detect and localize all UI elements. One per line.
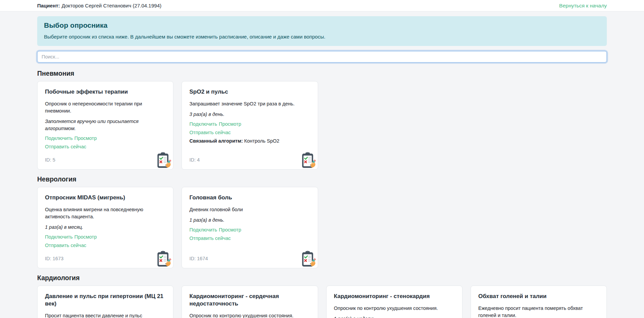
card-title: Кардиомониторинг - сердечная недостаточн… — [189, 293, 310, 308]
card-links-row: Отправить сейчас — [189, 236, 310, 241]
connect-link[interactable]: Подключить — [189, 227, 217, 233]
card-title: Головная боль — [189, 194, 310, 201]
card-schedule: 1 раз(а) в месяц. — [45, 224, 166, 231]
card-title: Побочные эффекты терапии — [45, 88, 166, 96]
card-title: SpO2 и пульс — [189, 88, 310, 96]
card-title: Обхват голеней и талии — [478, 293, 599, 300]
card-id: ID: 1674 — [189, 251, 310, 261]
card-description: Опросник о непереносимости терапии при п… — [45, 100, 166, 115]
view-link[interactable]: Просмотр — [74, 136, 97, 141]
top-bar: Пациент:Докторов Сергей Степанович (27.0… — [0, 0, 644, 11]
card-links-row: ПодключитьПросмотр — [45, 136, 166, 141]
questionnaire-card: Отпросник MIDAS (мигрень)Оценка влияния … — [37, 187, 173, 268]
section-title: Неврология — [37, 175, 607, 183]
send-now-link[interactable]: Отправить сейчас — [45, 243, 86, 248]
card-schedule: Заполняется вручную или присылается алго… — [45, 118, 166, 132]
sections-container: ПневмонияПобочные эффекты терапииОпросни… — [37, 70, 607, 318]
patient-info: Пациент:Докторов Сергей Степанович (27.0… — [37, 3, 162, 8]
questionnaire-card: Головная больДневник головной боли1 раз(… — [182, 187, 318, 268]
card-title: Отпросник MIDAS (мигрень) — [45, 194, 166, 201]
card-title: Давление и пульс при гипертонии (МЦ 21 в… — [45, 293, 166, 308]
back-to-start-link[interactable]: Вернуться к началу — [559, 3, 607, 9]
page-title: Выбор опросника — [44, 21, 600, 29]
card-id: ID: 4 — [189, 152, 310, 163]
view-link[interactable]: Просмотр — [219, 121, 241, 127]
questionnaire-card: Кардиомониторинг - сердечная недостаточн… — [182, 286, 318, 318]
questionnaire-card: Давление и пульс при гипертонии (МЦ 21 в… — [37, 286, 173, 318]
card-links-row: ПодключитьПросмотр — [189, 121, 310, 127]
section-title: Кардиология — [37, 274, 607, 282]
card-description: Дневник головной боли — [189, 206, 310, 213]
card-description: Запрашивает значение SpO2 три раза в ден… — [189, 100, 310, 107]
linked-algorithm: Связанный алгоритм:Контроль SpO2 — [189, 138, 310, 144]
linked-algorithm-value: Контроль SpO2 — [244, 138, 279, 144]
card-description: Опросник по контролю ухудшения состояния… — [189, 312, 310, 318]
card-links-row: Отправить сейчас — [189, 130, 310, 135]
card-description: Оценка влияния мигрени на повседневную а… — [45, 206, 166, 220]
patient-value: Докторов Сергей Степанович (27.04.1994) — [62, 3, 161, 8]
connect-link[interactable]: Подключить — [45, 136, 73, 141]
main-content: Выбор опросника Выберите опросник из спи… — [0, 11, 644, 318]
view-link[interactable]: Просмотр — [219, 227, 241, 233]
card-grid: Побочные эффекты терапииОпросник о непер… — [37, 81, 607, 170]
search-input[interactable] — [37, 51, 607, 63]
questionnaire-card: Побочные эффекты терапииОпросник о непер… — [37, 81, 173, 170]
send-now-link[interactable]: Отправить сейчас — [45, 144, 86, 149]
card-schedule: 1 раз(а) в день. — [189, 217, 310, 224]
card-id: ID: 1673 — [45, 251, 166, 261]
info-alert: Выбор опросника Выберите опросник из спи… — [37, 16, 607, 46]
section-title: Пневмония — [37, 70, 607, 77]
patient-label: Пациент: — [37, 3, 60, 8]
card-links-row: Отправить сейчас — [45, 243, 166, 248]
card-grid: Отпросник MIDAS (мигрень)Оценка влияния … — [37, 187, 607, 268]
card-schedule: 1 раз(а) в неделю. — [334, 315, 455, 318]
card-grid: Давление и пульс при гипертонии (МЦ 21 в… — [37, 286, 607, 318]
card-description: Просит пациента ввести давление и пульс — [45, 312, 166, 318]
card-description: Ежедневно просит пациента померять обхва… — [478, 305, 599, 318]
connect-link[interactable]: Подключить — [189, 121, 217, 127]
card-description: Опросник по контролю ухудшения состояния… — [334, 305, 455, 312]
send-now-link[interactable]: Отправить сейчас — [189, 130, 231, 135]
linked-algorithm-label: Связанный алгоритм: — [189, 138, 243, 144]
send-now-link[interactable]: Отправить сейчас — [189, 236, 231, 241]
card-links-row: ПодключитьПросмотр — [189, 227, 310, 233]
card-links-row: ПодключитьПросмотр — [45, 234, 166, 240]
questionnaire-card: Обхват голеней и талииЕжедневно просит п… — [471, 286, 607, 318]
view-link[interactable]: Просмотр — [74, 234, 97, 240]
page-description: Выберите опросник из списка ниже. В даль… — [44, 33, 600, 40]
card-id: ID: 5 — [45, 152, 166, 163]
questionnaire-card: SpO2 и пульсЗапрашивает значение SpO2 тр… — [182, 81, 318, 170]
card-links-row: Отправить сейчас — [45, 144, 166, 149]
card-schedule: 3 раз(а) в день. — [189, 111, 310, 118]
connect-link[interactable]: Подключить — [45, 234, 73, 240]
card-title: Кардиомониторинг - стенокардия — [334, 293, 455, 300]
questionnaire-card: Кардиомониторинг - стенокардияОпросник п… — [326, 286, 462, 318]
